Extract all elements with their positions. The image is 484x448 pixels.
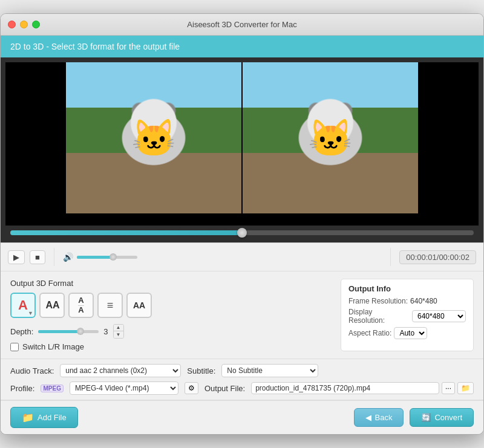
profile-output-row: Profile: MPEG MPEG-4 Video (*.mp4) AVI M… — [10, 381, 474, 395]
video-frame-right: 🐱 — [243, 62, 418, 213]
top-banner: 2D to 3D - Select 3D format for the outp… — [1, 36, 483, 57]
switch-lr-checkbox[interactable] — [10, 343, 19, 351]
traffic-lights — [8, 21, 40, 28]
play-button[interactable]: ▶ — [8, 250, 25, 264]
separator-1 — [54, 248, 54, 266]
volume-track[interactable] — [77, 256, 137, 259]
depth-row: Depth: 3 ▲ ▼ — [10, 324, 331, 339]
frame-resolution-row: Frame Resolution: 640*480 — [348, 297, 466, 305]
volume-area: 🔊 — [63, 252, 382, 262]
add-file-button[interactable]: 📁 Add File — [10, 407, 78, 428]
video-preview: 🐱 🐱 — [5, 62, 479, 226]
titlebar: Aiseesoft 3D Converter for Mac — [1, 14, 483, 36]
footer-right: ◀ Back 🔄 Convert — [354, 408, 474, 427]
convert-button[interactable]: 🔄 Convert — [410, 408, 474, 427]
depth-value: 3 — [103, 327, 108, 336]
depth-increment[interactable]: ▲ — [114, 325, 123, 331]
output-file-row: ··· 📁 — [251, 382, 474, 394]
output-info-box: Output Info Frame Resolution: 640*480 Di… — [341, 279, 474, 351]
depth-decrement[interactable]: ▼ — [114, 331, 123, 338]
volume-icon: 🔊 — [63, 252, 73, 262]
controls-row: ▶ ■ 🔊 00:00:01/00:00:02 — [1, 242, 483, 271]
stop-button[interactable]: ■ — [30, 250, 45, 264]
volume-fill — [77, 256, 113, 259]
main-window: Aiseesoft 3D Converter for Mac 2D to 3D … — [0, 13, 484, 435]
profile-label: Profile: — [10, 384, 34, 393]
video-area: 🐱 🐱 — [1, 57, 483, 242]
format-btn-anaglyph[interactable]: A ▼ — [10, 293, 36, 318]
convert-icon: 🔄 — [421, 413, 431, 422]
profile-dropdown[interactable]: MPEG-4 Video (*.mp4) AVI MKV — [70, 381, 178, 395]
progress-track[interactable] — [10, 230, 474, 235]
output-file-label: Output File: — [204, 384, 245, 393]
output-info-title: Output Info — [348, 284, 466, 293]
profile-icon-area: MPEG — [41, 385, 63, 392]
back-label: Back — [375, 413, 393, 422]
video-frame-left: 🐱 — [66, 62, 241, 213]
time-display: 00:00:01/00:00:02 — [399, 250, 476, 264]
format-btn-checkerboard[interactable]: AA — [126, 293, 152, 318]
progress-bar-area[interactable] — [5, 226, 479, 238]
add-file-label: Add File — [38, 413, 67, 422]
settings-bottom: Audio Track: und aac 2 channels (0x2) Su… — [1, 359, 483, 400]
side-by-side-icon: A A — [45, 300, 58, 311]
format-btn-side-by-side[interactable]: A A — [39, 293, 65, 318]
back-button[interactable]: ◀ Back — [354, 408, 404, 427]
top-bottom-icon: A A — [78, 296, 83, 315]
settings-panel: Output 3D Format A ▼ A A — [1, 271, 483, 359]
interlaced-icon: ≡ — [107, 299, 114, 312]
anaglyph-icon: A — [18, 297, 28, 313]
depth-track[interactable] — [38, 330, 99, 333]
video-frames: 🐱 🐱 — [66, 62, 418, 226]
frame-resolution-value: 640*480 — [410, 297, 437, 305]
anaglyph-dropdown-arrow: ▼ — [28, 310, 33, 316]
format-panel: Output 3D Format A ▼ A A — [10, 279, 331, 351]
output-file-input[interactable] — [251, 382, 439, 394]
cat-image-right: 🐱 — [243, 62, 418, 213]
frame-resolution-label: Frame Resolution: — [348, 297, 408, 305]
audio-subtitle-row: Audio Track: und aac 2 channels (0x2) Su… — [10, 364, 474, 377]
switch-lr-label: Switch L/R Image — [22, 342, 84, 351]
aspect-ratio-row: Aspect Ratio: Auto 4:3 16:9 — [348, 327, 466, 339]
profile-settings-button[interactable]: ⚙ — [185, 382, 198, 394]
format-section-title: Output 3D Format — [10, 279, 331, 288]
volume-thumb[interactable] — [110, 253, 117, 261]
window-title: Aiseesoft 3D Converter for Mac — [187, 20, 296, 29]
subtitle-label: Subtitle: — [187, 366, 215, 375]
depth-label: Depth: — [10, 327, 33, 336]
switch-lr-row: Switch L/R Image — [10, 342, 331, 351]
display-resolution-label: Display Resolution: — [348, 308, 410, 325]
progress-fill — [10, 230, 242, 235]
cat-image-left: 🐱 — [66, 62, 241, 213]
subtitle-dropdown[interactable]: No Subtitle — [221, 364, 318, 377]
format-btn-interlaced[interactable]: ≡ — [97, 293, 123, 318]
minimize-button[interactable] — [20, 21, 28, 28]
checkerboard-icon: AA — [133, 300, 145, 310]
depth-fill — [38, 330, 80, 333]
audio-track-dropdown[interactable]: und aac 2 channels (0x2) — [60, 364, 181, 377]
maximize-button[interactable] — [32, 21, 40, 28]
aspect-ratio-dropdown[interactable]: Auto 4:3 16:9 — [394, 327, 427, 339]
progress-thumb[interactable] — [237, 228, 247, 238]
depth-thumb[interactable] — [77, 328, 84, 335]
audio-track-label: Audio Track: — [10, 366, 54, 375]
output-file-dots-button[interactable]: ··· — [442, 382, 455, 394]
depth-stepper[interactable]: ▲ ▼ — [113, 324, 124, 339]
display-resolution-dropdown[interactable]: 640*480 720*480 1280*720 1920*1080 — [412, 310, 466, 322]
back-icon: ◀ — [365, 413, 371, 422]
add-file-icon: 📁 — [22, 412, 34, 423]
mpeg-badge: MPEG — [41, 385, 63, 392]
footer-bar: 📁 Add File ◀ Back 🔄 Convert — [1, 400, 483, 434]
convert-label: Convert — [434, 413, 462, 422]
top-banner-label: 2D to 3D - Select 3D format for the outp… — [10, 42, 180, 51]
close-button[interactable] — [8, 21, 16, 28]
format-btn-top-bottom[interactable]: A A — [68, 293, 94, 318]
separator-2 — [390, 248, 391, 266]
format-row: A ▼ A A A A — [10, 293, 331, 318]
display-resolution-row: Display Resolution: 640*480 720*480 1280… — [348, 308, 466, 325]
aspect-ratio-label: Aspect Ratio: — [348, 329, 391, 337]
output-file-folder-button[interactable]: 📁 — [457, 382, 474, 394]
